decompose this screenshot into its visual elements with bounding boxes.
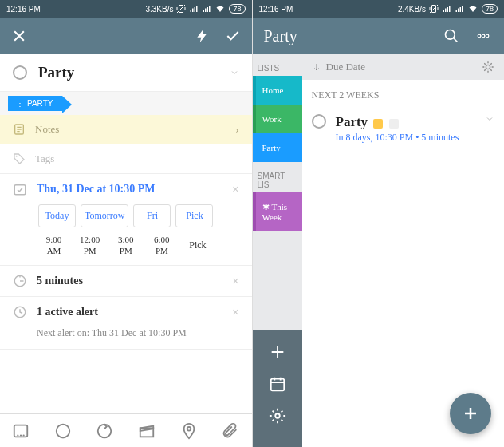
status-bar: 12:16 PM 2.4KB/s 78 [253, 0, 505, 18]
tag-icon [13, 152, 26, 165]
check-icon[interactable] [225, 28, 241, 44]
svg-point-8 [18, 434, 19, 436]
header: Party [253, 18, 505, 54]
calendar-check-icon [13, 182, 27, 196]
subtasks-icon[interactable] [12, 422, 30, 440]
notes-label: Notes [35, 123, 59, 136]
add-task-fab[interactable] [450, 393, 491, 434]
pick-date-button[interactable]: Pick [175, 204, 213, 227]
group-header: NEXT 2 WEEKS [302, 80, 505, 106]
task-title-row[interactable]: Party [0, 54, 252, 92]
svg-point-12 [62, 437, 64, 438]
alert-title: 1 active alert [37, 306, 98, 318]
sidebar-item-party[interactable]: Party [253, 133, 302, 162]
clapper-icon[interactable] [138, 422, 156, 440]
sidebar-item-home[interactable]: Home [253, 76, 302, 105]
time-3pm[interactable]: 3:00PM [110, 234, 141, 257]
right-phone: 12:16 PM 2.4KB/s 78 Party LISTS Home Wor… [253, 0, 505, 447]
sidebar: LISTS Home Work Party SMART LIS ✱This We… [253, 54, 302, 447]
time-12pm[interactable]: 12:00PM [74, 234, 105, 257]
svg-line-1 [177, 5, 185, 13]
signal-icon [442, 4, 451, 14]
alert-row[interactable]: 1 active alert × [0, 297, 252, 327]
svg-point-15 [187, 426, 191, 430]
vibrate-icon [429, 4, 439, 14]
status-bar: 12:16 PM 3.3KB/s 78 [0, 0, 252, 18]
settings-icon[interactable] [269, 407, 286, 425]
svg-point-18 [446, 30, 455, 40]
time-9am[interactable]: 9:00AM [38, 234, 69, 257]
close-icon[interactable] [11, 28, 27, 44]
svg-point-19 [478, 34, 481, 38]
search-icon[interactable] [443, 28, 459, 44]
status-time: 12:16 PM [6, 5, 41, 14]
clear-due-button[interactable]: × [232, 183, 238, 196]
clear-alert-button[interactable]: × [232, 306, 238, 318]
task-title: Party [38, 64, 219, 81]
chevron-right-icon: › [235, 123, 238, 136]
svg-point-21 [486, 34, 489, 38]
status-net: 2.4KB/s [398, 5, 426, 14]
status-net: 3.3KB/s [145, 5, 173, 14]
clear-duration-button[interactable]: × [232, 275, 238, 287]
sort-arrow-icon [312, 62, 321, 72]
duration-badge-icon [389, 119, 399, 129]
svg-point-13 [98, 424, 112, 437]
sidebar-heading-smart: SMART LIS [253, 168, 302, 192]
sort-label: Due Date [326, 61, 365, 73]
add-list-icon[interactable] [269, 343, 286, 361]
svg-point-23 [275, 413, 280, 418]
header-title: Party [264, 27, 297, 45]
svg-rect-22 [270, 379, 284, 391]
duration-value: 5 minutes [37, 275, 83, 287]
time-6pm[interactable]: 6:00PM [146, 234, 177, 257]
sidebar-item-work[interactable]: Work [253, 105, 302, 133]
signal-icon [189, 4, 199, 14]
due-row[interactable]: Thu, 31 Dec at 10:30 PM × [0, 174, 252, 204]
more-icon[interactable] [474, 28, 493, 44]
sun-icon[interactable] [482, 61, 494, 73]
clock-icon[interactable] [54, 422, 72, 440]
bottom-toolbar [0, 413, 252, 447]
sort-bar[interactable]: Due Date [302, 54, 505, 80]
chevron-down-icon [230, 68, 239, 77]
battery-icon: 78 [482, 4, 498, 14]
attachment-icon[interactable] [222, 422, 239, 440]
list-tab[interactable]: ⋮PARTY [8, 96, 62, 111]
duration-icon [13, 274, 27, 288]
svg-point-9 [20, 434, 22, 436]
location-icon[interactable] [180, 422, 198, 440]
clock-icon [13, 305, 27, 319]
repeat-icon[interactable] [96, 422, 113, 440]
wifi-icon [467, 4, 478, 14]
fri-button[interactable]: Fri [133, 204, 171, 227]
sidebar-item-thisweek[interactable]: ✱This Week [253, 192, 302, 231]
signal-icon [202, 4, 211, 14]
notes-icon [13, 123, 26, 136]
complete-circle[interactable] [13, 65, 27, 80]
svg-point-20 [482, 34, 485, 38]
tags-label: Tags [35, 152, 54, 165]
complete-circle[interactable] [312, 114, 326, 129]
bolt-icon[interactable] [195, 28, 211, 44]
svg-point-24 [486, 65, 490, 69]
due-value: Thu, 31 Dec at 10:30 PM [37, 183, 156, 196]
item-subtitle: In 8 days, 10:30 PM • 5 minutes [336, 132, 476, 144]
battery-icon: 78 [229, 4, 245, 14]
chevron-down-icon [485, 114, 494, 124]
tomorrow-button[interactable]: Tomorrow [81, 204, 128, 227]
header [0, 18, 252, 54]
svg-point-3 [16, 156, 18, 157]
item-title: Party [336, 114, 368, 130]
svg-rect-4 [14, 185, 26, 195]
pick-time-button[interactable]: Pick [182, 239, 213, 251]
left-phone: 12:16 PM 3.3KB/s 78 Party ⋮PARTY Notes ›… [0, 0, 253, 447]
calendar-icon[interactable] [269, 375, 286, 393]
today-button[interactable]: Today [38, 204, 76, 227]
svg-point-11 [57, 424, 70, 437]
duration-row[interactable]: 5 minutes × [0, 266, 252, 296]
list-item[interactable]: Party In 8 days, 10:30 PM • 5 minutes [302, 106, 505, 152]
notes-row[interactable]: Notes › [0, 115, 252, 144]
signal-icon [455, 4, 464, 14]
tags-row[interactable]: Tags [0, 144, 252, 174]
